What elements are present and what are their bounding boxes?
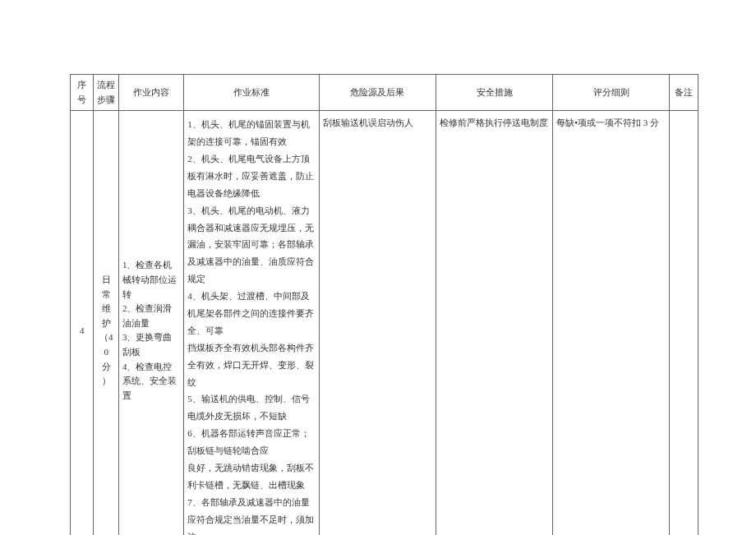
- cell-content: 1、检查各机械转动部位运转2、检查润滑油油量3、更换弯曲刮板4、检查电控系统、安…: [118, 111, 183, 535]
- cell-seq: 4: [71, 111, 94, 535]
- cell-step: 日常维护（40分）: [94, 111, 118, 535]
- header-seq: 序号: [71, 75, 94, 111]
- header-score: 评分细则: [553, 75, 670, 111]
- table-row: 4 日常维护（40分） 1、检查各机械转动部位运转2、检查润滑油油量3、更换弯曲…: [71, 111, 698, 535]
- operation-table: 序号 流程步骤 作业内容 作业标准 危险源及后果 安全措施 评分细则 备注 4 …: [70, 74, 698, 535]
- cell-risk: 刮板输送机误启动伤人: [319, 111, 436, 535]
- header-remark: 备注: [670, 75, 698, 111]
- header-step: 流程步骤: [94, 75, 118, 111]
- header-risk: 危险源及后果: [319, 75, 436, 111]
- header-measure: 安全措施: [436, 75, 552, 111]
- header-standard: 作业标准: [184, 75, 320, 111]
- table-header-row: 序号 流程步骤 作业内容 作业标准 危险源及后果 安全措施 评分细则 备注: [71, 75, 698, 111]
- cell-remark: [670, 111, 698, 535]
- cell-standard: 1、机头、机尾的锚固装置与机架的连接可靠，锚固有效2、机头、机尾电气设备上方顶板…: [184, 111, 320, 535]
- header-content: 作业内容: [118, 75, 183, 111]
- cell-measure: 检修前严格执行停送电制度: [436, 111, 552, 535]
- cell-score: 每缺•项或一项不符扣 3 分: [553, 111, 670, 535]
